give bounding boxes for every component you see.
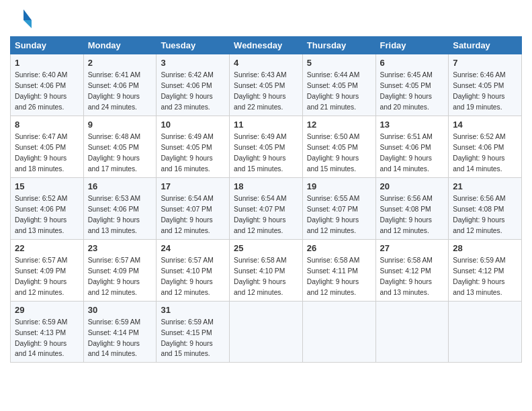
logo-icon <box>10 7 34 31</box>
table-row: 1 Sunrise: 6:40 AMSunset: 4:06 PMDayligh… <box>11 54 84 116</box>
cell-content: Sunrise: 6:52 AMSunset: 4:06 PMDaylight:… <box>453 133 505 173</box>
table-row: 2 Sunrise: 6:41 AMSunset: 4:06 PMDayligh… <box>83 54 157 116</box>
table-row: 21 Sunrise: 6:56 AMSunset: 4:08 PMDaylig… <box>449 177 522 239</box>
table-row: 22 Sunrise: 6:57 AMSunset: 4:09 PMDaylig… <box>11 239 84 301</box>
cell-content: Sunrise: 6:57 AMSunset: 4:10 PMDaylight:… <box>161 257 213 296</box>
col-sunday: Sunday <box>11 37 84 54</box>
day-number: 27 <box>380 242 445 255</box>
table-row: 6 Sunrise: 6:45 AMSunset: 4:05 PMDayligh… <box>375 54 449 116</box>
cell-content: Sunrise: 6:56 AMSunset: 4:08 PMDaylight:… <box>453 195 505 234</box>
table-row: 29 Sunrise: 6:59 AMSunset: 4:13 PMDaylig… <box>11 301 84 363</box>
table-row: 27 Sunrise: 6:58 AMSunset: 4:12 PMDaylig… <box>375 239 449 301</box>
cell-content: Sunrise: 6:48 AMSunset: 4:05 PMDaylight:… <box>88 133 140 173</box>
cell-content: Sunrise: 6:45 AMSunset: 4:05 PMDaylight:… <box>380 71 433 111</box>
cell-content: Sunrise: 6:59 AMSunset: 4:12 PMDaylight:… <box>453 257 505 296</box>
day-number: 3 <box>161 57 225 69</box>
col-saturday: Saturday <box>449 37 522 54</box>
day-number: 22 <box>15 242 79 255</box>
day-number: 18 <box>234 181 298 193</box>
day-number: 4 <box>234 57 298 69</box>
col-friday: Friday <box>375 37 449 54</box>
cell-content: Sunrise: 6:57 AMSunset: 4:09 PMDaylight:… <box>88 257 140 296</box>
logo <box>10 7 37 31</box>
table-row: 15 Sunrise: 6:52 AMSunset: 4:06 PMDaylig… <box>11 177 84 239</box>
cell-content: Sunrise: 6:54 AMSunset: 4:07 PMDaylight:… <box>161 195 213 234</box>
day-number: 15 <box>15 181 79 193</box>
day-number: 12 <box>307 119 371 131</box>
table-row: 4 Sunrise: 6:43 AMSunset: 4:05 PMDayligh… <box>230 54 303 116</box>
day-number: 31 <box>161 304 225 316</box>
day-number: 10 <box>161 119 225 131</box>
table-row: 24 Sunrise: 6:57 AMSunset: 4:10 PMDaylig… <box>157 239 230 301</box>
day-number: 8 <box>15 119 79 131</box>
calendar-week-row: 22 Sunrise: 6:57 AMSunset: 4:09 PMDaylig… <box>11 239 522 301</box>
calendar-week-row: 8 Sunrise: 6:47 AMSunset: 4:05 PMDayligh… <box>11 116 522 177</box>
calendar-header-row: Sunday Monday Tuesday Wednesday Thursday… <box>11 37 522 54</box>
svg-marker-0 <box>24 9 32 20</box>
table-row: 11 Sunrise: 6:49 AMSunset: 4:05 PMDaylig… <box>230 116 303 177</box>
cell-content: Sunrise: 6:54 AMSunset: 4:07 PMDaylight:… <box>234 195 286 234</box>
cell-content: Sunrise: 6:40 AMSunset: 4:06 PMDaylight:… <box>15 71 67 111</box>
day-number: 25 <box>234 242 298 255</box>
table-row: 8 Sunrise: 6:47 AMSunset: 4:05 PMDayligh… <box>11 116 84 177</box>
day-number: 26 <box>307 242 371 255</box>
table-row: 19 Sunrise: 6:55 AMSunset: 4:07 PMDaylig… <box>302 177 375 239</box>
cell-content: Sunrise: 6:47 AMSunset: 4:05 PMDaylight:… <box>15 133 67 173</box>
day-number: 11 <box>234 119 298 131</box>
day-number: 24 <box>161 242 225 255</box>
cell-content: Sunrise: 6:49 AMSunset: 4:05 PMDaylight:… <box>234 133 286 173</box>
day-number: 23 <box>88 242 152 255</box>
table-row: 31 Sunrise: 6:59 AMSunset: 4:15 PMDaylig… <box>157 301 230 363</box>
table-row: 5 Sunrise: 6:44 AMSunset: 4:05 PMDayligh… <box>302 54 375 116</box>
cell-content: Sunrise: 6:50 AMSunset: 4:05 PMDaylight:… <box>307 133 359 173</box>
table-row: 12 Sunrise: 6:50 AMSunset: 4:05 PMDaylig… <box>302 116 375 177</box>
cell-content: Sunrise: 6:59 AMSunset: 4:13 PMDaylight:… <box>15 318 67 358</box>
table-row <box>302 301 375 363</box>
table-row <box>449 301 522 363</box>
day-number: 28 <box>453 242 517 255</box>
col-tuesday: Tuesday <box>157 37 230 54</box>
table-row <box>230 301 303 363</box>
cell-content: Sunrise: 6:52 AMSunset: 4:06 PMDaylight:… <box>15 195 67 234</box>
svg-marker-1 <box>24 20 32 28</box>
day-number: 29 <box>15 304 79 316</box>
col-monday: Monday <box>83 37 157 54</box>
day-number: 17 <box>161 181 225 193</box>
table-row: 3 Sunrise: 6:42 AMSunset: 4:06 PMDayligh… <box>157 54 230 116</box>
table-row: 14 Sunrise: 6:52 AMSunset: 4:06 PMDaylig… <box>449 116 522 177</box>
day-number: 13 <box>380 119 445 131</box>
day-number: 21 <box>453 181 517 193</box>
cell-content: Sunrise: 6:53 AMSunset: 4:06 PMDaylight:… <box>88 195 140 234</box>
cell-content: Sunrise: 6:43 AMSunset: 4:05 PMDaylight:… <box>234 71 286 111</box>
day-number: 16 <box>88 181 152 193</box>
cell-content: Sunrise: 6:58 AMSunset: 4:11 PMDaylight:… <box>307 257 359 296</box>
table-row <box>375 301 449 363</box>
day-number: 6 <box>380 57 445 69</box>
table-row: 25 Sunrise: 6:58 AMSunset: 4:10 PMDaylig… <box>230 239 303 301</box>
day-number: 30 <box>88 304 152 316</box>
table-row: 10 Sunrise: 6:49 AMSunset: 4:05 PMDaylig… <box>157 116 230 177</box>
calendar-table: Sunday Monday Tuesday Wednesday Thursday… <box>10 36 522 363</box>
table-row: 28 Sunrise: 6:59 AMSunset: 4:12 PMDaylig… <box>449 239 522 301</box>
table-row: 7 Sunrise: 6:46 AMSunset: 4:05 PMDayligh… <box>449 54 522 116</box>
cell-content: Sunrise: 6:41 AMSunset: 4:06 PMDaylight:… <box>88 71 140 111</box>
cell-content: Sunrise: 6:51 AMSunset: 4:06 PMDaylight:… <box>380 133 433 173</box>
cell-content: Sunrise: 6:44 AMSunset: 4:05 PMDaylight:… <box>307 71 359 111</box>
day-number: 20 <box>380 181 445 193</box>
cell-content: Sunrise: 6:57 AMSunset: 4:09 PMDaylight:… <box>15 257 67 296</box>
day-number: 2 <box>88 57 152 69</box>
page-container: Sunday Monday Tuesday Wednesday Thursday… <box>0 0 532 369</box>
col-thursday: Thursday <box>302 37 375 54</box>
table-row: 23 Sunrise: 6:57 AMSunset: 4:09 PMDaylig… <box>83 239 157 301</box>
cell-content: Sunrise: 6:49 AMSunset: 4:05 PMDaylight:… <box>161 133 213 173</box>
calendar-week-row: 15 Sunrise: 6:52 AMSunset: 4:06 PMDaylig… <box>11 177 522 239</box>
table-row: 17 Sunrise: 6:54 AMSunset: 4:07 PMDaylig… <box>157 177 230 239</box>
table-row: 20 Sunrise: 6:56 AMSunset: 4:08 PMDaylig… <box>375 177 449 239</box>
cell-content: Sunrise: 6:55 AMSunset: 4:07 PMDaylight:… <box>307 195 359 234</box>
table-row: 16 Sunrise: 6:53 AMSunset: 4:06 PMDaylig… <box>83 177 157 239</box>
day-number: 5 <box>307 57 371 69</box>
table-row: 18 Sunrise: 6:54 AMSunset: 4:07 PMDaylig… <box>230 177 303 239</box>
day-number: 14 <box>453 119 517 131</box>
col-wednesday: Wednesday <box>230 37 303 54</box>
day-number: 1 <box>15 57 79 69</box>
